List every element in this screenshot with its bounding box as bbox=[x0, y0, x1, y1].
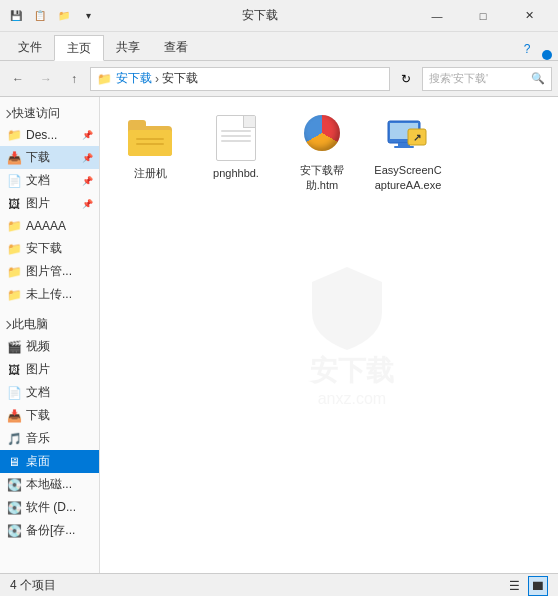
sidebar-item-label: 备份[存... bbox=[26, 522, 93, 539]
sidebar-item-picmgr[interactable]: 📁 图片管... bbox=[0, 260, 99, 283]
forward-button[interactable]: → bbox=[34, 67, 58, 91]
documents-folder-icon: 📄 bbox=[6, 385, 22, 401]
file-icon-doc bbox=[212, 114, 260, 162]
grid-view-button[interactable]: ⯀ bbox=[528, 576, 548, 596]
svg-text:↗: ↗ bbox=[413, 132, 421, 143]
doc-corner bbox=[243, 116, 255, 128]
doc-line bbox=[221, 140, 251, 142]
file-icon-folder bbox=[126, 114, 174, 162]
sidebar-item-label: 文档 bbox=[26, 384, 93, 401]
folder-line bbox=[136, 143, 164, 145]
sidebar-item-des[interactable]: 📁 Des... 📌 bbox=[0, 124, 99, 146]
close-button[interactable]: ✕ bbox=[506, 0, 552, 32]
file-item-htm[interactable]: 安下载帮助.htm bbox=[282, 107, 362, 197]
exe-icon-svg: ↗ bbox=[386, 115, 430, 159]
sidebar-item-documents[interactable]: 📄 文档 📌 bbox=[0, 169, 99, 192]
pin-icon: 📌 bbox=[82, 176, 93, 186]
file-area: 安下载 anxz.com bbox=[100, 97, 558, 573]
sidebar-item-label: 文档 bbox=[26, 172, 82, 189]
sidebar-item-anxz[interactable]: 📁 安下载 bbox=[0, 237, 99, 260]
sidebar-item-pictures[interactable]: 🖼 图片 📌 bbox=[0, 192, 99, 215]
doc-line bbox=[221, 135, 251, 137]
folder-icon: 📁 bbox=[6, 287, 22, 303]
files-grid: 注册机 pnghhbd. bbox=[100, 97, 558, 207]
qa-dropdown-button[interactable]: ▾ bbox=[78, 6, 98, 26]
view-controls: ☰ ⯀ bbox=[504, 576, 548, 596]
watermark-text: 安下载 bbox=[310, 352, 394, 390]
file-item-exe[interactable]: ↗ EasyScreenCaptureAA.exe bbox=[368, 107, 448, 197]
save-button[interactable]: 💾 bbox=[6, 6, 26, 26]
sidebar-item-download[interactable]: 📥 下载 📌 bbox=[0, 146, 99, 169]
file-name: pnghhbd. bbox=[213, 166, 259, 180]
list-view-button[interactable]: ☰ bbox=[504, 576, 524, 596]
file-item-zhuji[interactable]: 注册机 bbox=[110, 107, 190, 197]
sidebar-item-drive-c[interactable]: 💽 本地磁... bbox=[0, 473, 99, 496]
sidebar-item-music[interactable]: 🎵 音乐 bbox=[0, 427, 99, 450]
sidebar-section-quick-access: 快速访问 bbox=[0, 101, 99, 124]
pin-icon: 📌 bbox=[82, 153, 93, 163]
pin-icon: 📌 bbox=[82, 199, 93, 209]
help-button[interactable]: ? bbox=[516, 38, 538, 60]
sidebar-item-label: 桌面 bbox=[26, 453, 93, 470]
tab-view[interactable]: 查看 bbox=[152, 34, 200, 60]
music-folder-icon: 🎵 bbox=[6, 431, 22, 447]
quick-access-toolbar: 💾 📋 📁 ▾ bbox=[6, 6, 98, 26]
expand-icon bbox=[3, 320, 11, 328]
svg-rect-3 bbox=[394, 146, 414, 148]
download-folder-icon: 📥 bbox=[6, 150, 22, 166]
sidebar-item-label: AAAAA bbox=[26, 219, 93, 233]
sidebar-item-label: Des... bbox=[26, 128, 82, 142]
sidebar-item-label: 音乐 bbox=[26, 430, 93, 447]
pictures-folder-icon: 🖼 bbox=[6, 362, 22, 378]
sidebar-item-upload[interactable]: 📁 未上传... bbox=[0, 283, 99, 306]
search-icon: 🔍 bbox=[531, 72, 545, 85]
sidebar-item-video[interactable]: 🎬 视频 bbox=[0, 335, 99, 358]
watermark-url: anxz.com bbox=[318, 390, 386, 408]
search-box[interactable]: 搜索'安下载' 🔍 bbox=[422, 67, 552, 91]
sidebar-item-doc[interactable]: 📄 文档 bbox=[0, 381, 99, 404]
tab-home[interactable]: 主页 bbox=[54, 35, 104, 61]
sidebar-item-label: 图片 bbox=[26, 361, 93, 378]
sidebar-item-pic[interactable]: 🖼 图片 bbox=[0, 358, 99, 381]
watermark: 安下载 anxz.com bbox=[307, 262, 397, 408]
folder-tab bbox=[128, 120, 146, 130]
properties-button[interactable]: 📋 bbox=[30, 6, 50, 26]
watermark-shield-icon bbox=[307, 262, 397, 362]
drive-icon: 💽 bbox=[6, 477, 22, 493]
documents-folder-icon: 📄 bbox=[6, 173, 22, 189]
address-bar: ← → ↑ 📁 安下载 › 安下载 ↻ 搜索'安下载' 🔍 bbox=[0, 61, 558, 97]
file-item-pnghhbd[interactable]: pnghhbd. bbox=[196, 107, 276, 197]
address-path[interactable]: 📁 安下载 › 安下载 bbox=[90, 67, 390, 91]
address-root: 安下载 bbox=[116, 70, 152, 87]
sidebar-item-drive-d[interactable]: 💽 软件 (D... bbox=[0, 496, 99, 519]
sidebar-item-label: 视频 bbox=[26, 338, 93, 355]
ribbon: 文件 主页 共享 查看 ? bbox=[0, 32, 558, 61]
this-pc-label: 此电脑 bbox=[12, 316, 48, 333]
folder-icon: 📁 bbox=[6, 264, 22, 280]
status-bar: 4 个项目 ☰ ⯀ bbox=[0, 573, 558, 596]
refresh-button[interactable]: ↻ bbox=[394, 67, 418, 91]
sidebar: 快速访问 📁 Des... 📌 📥 下载 📌 📄 文档 📌 🖼 图片 📌 📁 A… bbox=[0, 97, 100, 573]
up-button[interactable]: ↑ bbox=[62, 67, 86, 91]
new-folder-button[interactable]: 📁 bbox=[54, 6, 74, 26]
sidebar-item-aaaaa[interactable]: 📁 AAAAA bbox=[0, 215, 99, 237]
sidebar-item-desktop[interactable]: 🖥 桌面 bbox=[0, 450, 99, 473]
drive-icon: 💽 bbox=[6, 523, 22, 539]
video-folder-icon: 🎬 bbox=[6, 339, 22, 355]
folder-lines bbox=[136, 138, 164, 148]
tab-file[interactable]: 文件 bbox=[6, 34, 54, 60]
sidebar-item-label: 下载 bbox=[26, 149, 82, 166]
sidebar-item-label: 图片 bbox=[26, 195, 82, 212]
minimize-button[interactable]: — bbox=[414, 0, 460, 32]
back-button[interactable]: ← bbox=[6, 67, 30, 91]
sidebar-item-label: 未上传... bbox=[26, 286, 93, 303]
maximize-button[interactable]: □ bbox=[460, 0, 506, 32]
tab-share[interactable]: 共享 bbox=[104, 34, 152, 60]
sidebar-item-label: 图片管... bbox=[26, 263, 93, 280]
file-icon-htm bbox=[298, 114, 346, 159]
sidebar-item-dl[interactable]: 📥 下载 bbox=[0, 404, 99, 427]
folder-icon: 📁 bbox=[6, 241, 22, 257]
search-placeholder: 搜索'安下载' bbox=[429, 71, 531, 86]
sidebar-item-drive-backup[interactable]: 💽 备份[存... bbox=[0, 519, 99, 542]
doc-shape bbox=[216, 115, 256, 161]
